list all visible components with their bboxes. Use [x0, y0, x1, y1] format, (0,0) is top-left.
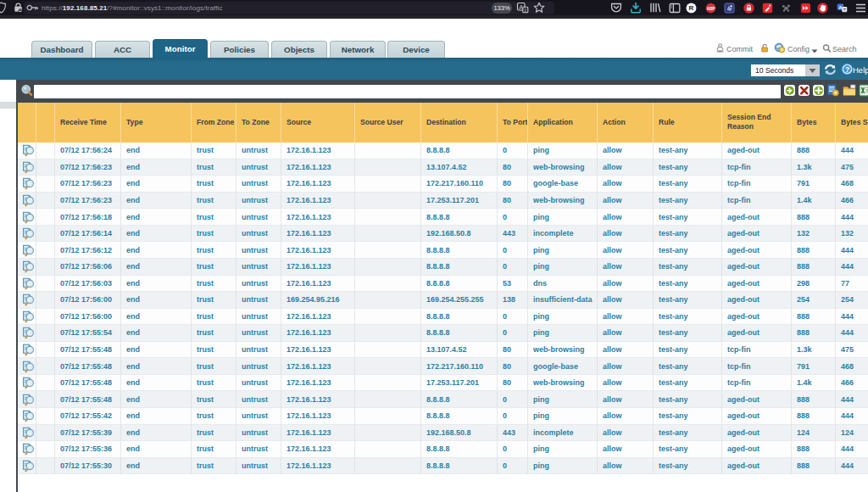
svg-text:ABP: ABP: [707, 6, 715, 10]
svg-text:文: 文: [523, 8, 528, 13]
svg-text:R: R: [689, 4, 694, 12]
svg-text:文: 文: [843, 7, 847, 12]
svg-text:?: ?: [844, 65, 849, 74]
